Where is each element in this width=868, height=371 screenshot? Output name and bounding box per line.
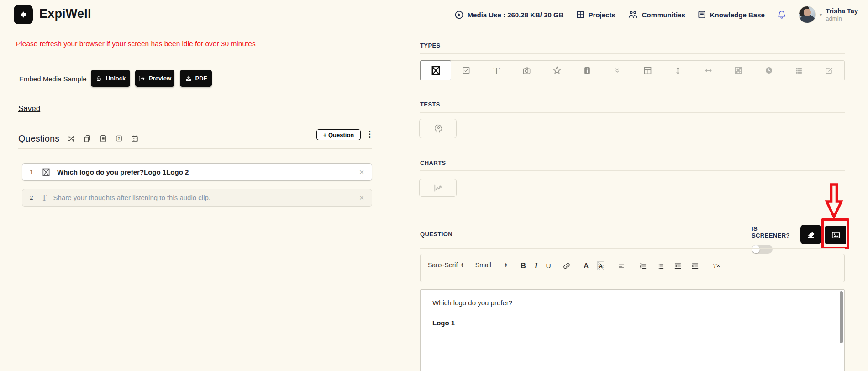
type-checkbox-icon[interactable] [451, 61, 481, 80]
unlock-icon [95, 75, 103, 82]
type-horizontal-arrows-icon[interactable] [693, 61, 723, 80]
type-edit-compose-icon[interactable] [814, 61, 844, 80]
toggle-knob [752, 245, 760, 253]
cognitive-test-card[interactable] [419, 119, 457, 138]
close-icon[interactable]: ✕ [359, 169, 364, 176]
user-avatar[interactable] [799, 6, 816, 23]
editor-text-line: Which logo do you prefer? [432, 299, 832, 307]
type-info-icon[interactable] [572, 61, 602, 80]
user-menu[interactable]: ▾ Trisha Tay admin [799, 6, 858, 23]
pdf-download-icon [185, 75, 192, 82]
link-button[interactable] [563, 261, 571, 270]
italic-button[interactable]: I [535, 261, 537, 270]
font-family-value: Sans-Serif [428, 261, 458, 269]
clear-formatting-button[interactable]: T✕ [713, 261, 720, 270]
projects-grid-icon [576, 10, 585, 19]
arrow-left-icon [18, 10, 28, 20]
unlock-button[interactable]: Unlock [91, 70, 130, 87]
question-rich-text-editor[interactable]: Which logo do you prefer? Logo 1 [420, 289, 845, 371]
user-name: Trisha Tay [826, 7, 858, 15]
more-menu-icon[interactable]: ⋮ [366, 129, 374, 139]
bullet-list-icon [656, 262, 665, 270]
help-icon[interactable]: ? [115, 134, 123, 143]
close-icon[interactable]: ✕ [359, 194, 364, 201]
erase-question-button[interactable] [800, 225, 821, 244]
preview-label: Preview [149, 75, 171, 82]
question-list-item-1[interactable]: 1 Which logo do you prefer?Logo 1Logo 2 … [22, 163, 372, 181]
saved-link[interactable]: Saved [18, 104, 40, 113]
notifications-bell-icon[interactable] [777, 10, 787, 19]
brand-logo-text[interactable]: ExpiWell [39, 7, 91, 21]
back-button[interactable] [14, 5, 33, 24]
document-list-icon[interactable] [99, 134, 107, 143]
outdent-icon [673, 262, 682, 270]
user-role: admin [826, 15, 858, 22]
type-grid-dots-icon[interactable] [784, 61, 814, 80]
outdent-button[interactable] [673, 261, 682, 270]
link-icon [563, 262, 571, 270]
select-arrows-icon: ▲▼ [505, 262, 507, 268]
indent-button[interactable] [691, 261, 700, 270]
type-dropdown-chevrons-icon[interactable] [602, 61, 632, 80]
line-chart-card[interactable] [419, 179, 457, 197]
type-vertical-arrows-icon[interactable] [663, 61, 693, 80]
type-camera-icon[interactable] [512, 61, 542, 80]
nav-projects-label: Projects [589, 11, 615, 19]
bullet-list-button[interactable] [656, 261, 665, 270]
pdf-button[interactable]: PDF [180, 70, 212, 87]
is-screener-toggle[interactable] [752, 245, 773, 254]
idle-warning-text: Please refresh your browser if your scre… [16, 40, 256, 48]
bold-button[interactable]: B [521, 261, 526, 270]
highlight-color-button[interactable]: A [597, 261, 604, 270]
questions-heading: Questions [18, 133, 59, 144]
shuffle-icon[interactable] [67, 134, 75, 143]
type-star-icon[interactable] [542, 61, 572, 80]
eraser-icon [806, 229, 816, 239]
question-list-item-2[interactable]: 2 T Share your thoughts after listening … [22, 189, 372, 207]
type-image-placeholder-icon[interactable] [420, 60, 451, 80]
nav-knowledge-base[interactable]: Knowledge Base [697, 10, 765, 19]
nav-projects[interactable]: Projects [576, 10, 615, 19]
svg-text:?: ? [118, 137, 120, 141]
ordered-list-icon [639, 262, 647, 270]
insert-image-icon [831, 230, 841, 240]
question-number: 2 [30, 194, 35, 201]
preview-button[interactable]: Preview [135, 70, 174, 87]
align-button[interactable] [617, 261, 626, 270]
text-color-button[interactable]: A [584, 261, 589, 270]
text-question-icon: T [42, 193, 47, 202]
font-size-select[interactable]: Small ▲▼ [475, 261, 507, 269]
cognitive-head-icon [432, 123, 444, 134]
calendar-icon[interactable] [131, 134, 139, 143]
question-section-label: QUESTION [420, 231, 452, 238]
ordered-list-button[interactable] [639, 261, 647, 270]
type-clock-icon[interactable] [753, 61, 784, 80]
select-arrows-icon: ▲▼ [461, 262, 463, 268]
add-question-button[interactable]: + Question [316, 129, 361, 140]
unlock-label: Unlock [106, 75, 126, 82]
survey-title: Embed Media Sample [19, 75, 87, 83]
media-use-indicator: Media Use : 260.28 KB/ 30 GB [454, 10, 564, 20]
nav-communities[interactable]: Communities [627, 10, 685, 20]
editor-bold-line: Logo 1 [432, 319, 832, 327]
underline-button[interactable]: U [546, 261, 551, 270]
font-family-select[interactable]: Sans-Serif ▲▼ [428, 261, 464, 269]
editor-scrollbar[interactable] [840, 291, 843, 343]
tests-section-label: TESTS [420, 101, 440, 108]
chevron-down-icon: ▾ [820, 12, 822, 18]
type-text-icon[interactable]: T [481, 61, 511, 80]
media-use-label: Media Use : 260.28 KB/ 30 GB [468, 11, 564, 19]
expiwell-survey-builder: ExpiWell Media Use : 260.28 KB/ 30 GB Pr… [0, 0, 868, 371]
question-types-row: T [420, 60, 845, 80]
type-matrix-grid-icon[interactable] [723, 61, 753, 80]
annotation-arrow-icon [825, 183, 843, 219]
rich-text-toolbar: Sans-Serif ▲▼ Small ▲▼ B I U A A T✕ [420, 254, 845, 282]
type-layout-icon[interactable] [633, 61, 663, 80]
insert-image-button[interactable] [825, 226, 846, 244]
nav-knowledge-base-label: Knowledge Base [710, 11, 765, 19]
duplicate-icon[interactable] [83, 134, 91, 143]
questions-divider [18, 148, 372, 149]
is-screener-label: IS SCREENER? [752, 225, 797, 239]
font-size-value: Small [475, 261, 491, 269]
align-icon [617, 262, 626, 270]
